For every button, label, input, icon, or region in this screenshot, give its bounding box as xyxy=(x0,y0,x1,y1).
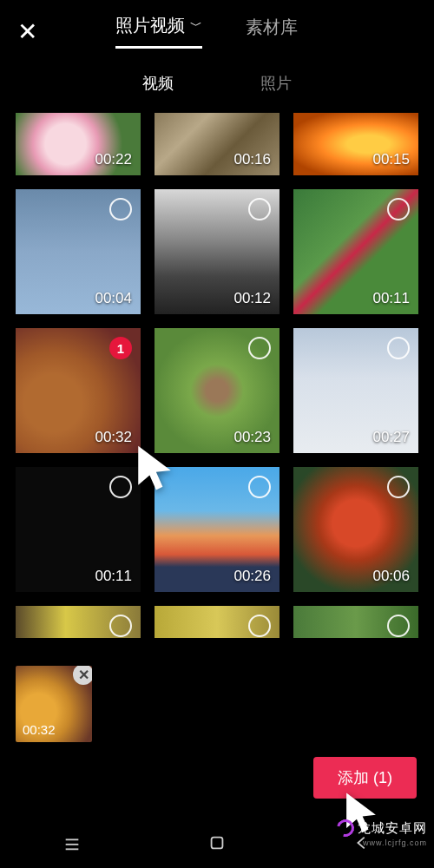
recent-apps-icon[interactable] xyxy=(62,833,82,852)
top-tabs: 照片视频 ﹀ 素材库 xyxy=(115,14,298,49)
tab-library-label: 素材库 xyxy=(246,16,298,39)
home-icon[interactable] xyxy=(207,833,227,852)
media-cell[interactable] xyxy=(16,606,141,638)
tab-photo-video[interactable]: 照片视频 ﹀ xyxy=(115,14,202,49)
watermark: 龙城安卓网 www.lcjrfg.com xyxy=(337,819,427,847)
duration-label: 00:23 xyxy=(233,429,271,446)
select-ring[interactable] xyxy=(387,198,410,220)
select-ring[interactable] xyxy=(248,198,271,220)
duration-label: 00:11 xyxy=(95,568,132,585)
watermark-text: 龙城安卓网 xyxy=(358,820,427,837)
media-cell[interactable]: 00:22 xyxy=(16,113,141,175)
media-grid: 00:2200:1600:1500:0400:1200:1100:32100:2… xyxy=(0,113,434,638)
duration-label: 00:16 xyxy=(233,151,271,168)
sub-tabs: 视频 照片 xyxy=(0,57,434,113)
selected-strip: 00:32✕ xyxy=(16,666,92,742)
remove-icon[interactable]: ✕ xyxy=(73,666,92,685)
media-cell[interactable]: 00:11 xyxy=(16,467,141,592)
media-cell[interactable]: 00:15 xyxy=(293,113,418,175)
media-cell[interactable]: 00:12 xyxy=(155,189,279,314)
media-cell[interactable] xyxy=(293,606,418,638)
svg-rect-3 xyxy=(212,838,223,849)
media-cell[interactable]: 00:16 xyxy=(155,113,279,175)
duration-label: 00:32 xyxy=(95,429,132,446)
selection-badge: 1 xyxy=(109,337,132,359)
media-cell[interactable] xyxy=(155,606,279,638)
tab-photo[interactable]: 照片 xyxy=(260,73,292,94)
select-ring[interactable] xyxy=(109,198,132,220)
media-cell[interactable]: 00:27 xyxy=(293,328,418,453)
duration-label: 00:11 xyxy=(372,290,410,307)
close-icon[interactable]: ✕ xyxy=(17,17,37,46)
select-ring[interactable] xyxy=(387,476,410,498)
selected-chip[interactable]: 00:32✕ xyxy=(16,666,92,742)
select-ring[interactable] xyxy=(248,476,271,498)
add-button[interactable]: 添加 (1) xyxy=(313,757,417,799)
select-ring[interactable] xyxy=(109,615,132,637)
select-ring[interactable] xyxy=(248,615,271,637)
media-cell[interactable]: 00:11 xyxy=(293,189,418,314)
select-ring[interactable] xyxy=(387,337,410,359)
tab-photo-video-label: 照片视频 xyxy=(115,14,185,37)
select-ring[interactable] xyxy=(109,476,132,498)
select-ring[interactable] xyxy=(248,337,271,359)
media-cell[interactable]: 00:321 xyxy=(16,328,141,453)
duration-label: 00:27 xyxy=(372,429,410,446)
duration-label: 00:32 xyxy=(23,722,56,737)
duration-label: 00:06 xyxy=(372,568,410,585)
duration-label: 00:26 xyxy=(233,568,271,585)
tab-video[interactable]: 视频 xyxy=(142,73,174,94)
watermark-url: www.lcjrfg.com xyxy=(337,838,427,847)
media-cell[interactable]: 00:23 xyxy=(155,328,279,453)
duration-label: 00:22 xyxy=(95,151,132,168)
media-cell[interactable]: 00:26 xyxy=(155,467,279,592)
duration-label: 00:12 xyxy=(233,290,271,307)
media-cell[interactable]: 00:04 xyxy=(16,189,141,314)
duration-label: 00:04 xyxy=(95,290,132,307)
select-ring[interactable] xyxy=(387,615,410,637)
chevron-down-icon: ﹀ xyxy=(190,18,202,34)
tab-library[interactable]: 素材库 xyxy=(246,14,298,49)
duration-label: 00:15 xyxy=(372,151,410,168)
media-cell[interactable]: 00:06 xyxy=(293,467,418,592)
logo-icon xyxy=(333,816,357,839)
